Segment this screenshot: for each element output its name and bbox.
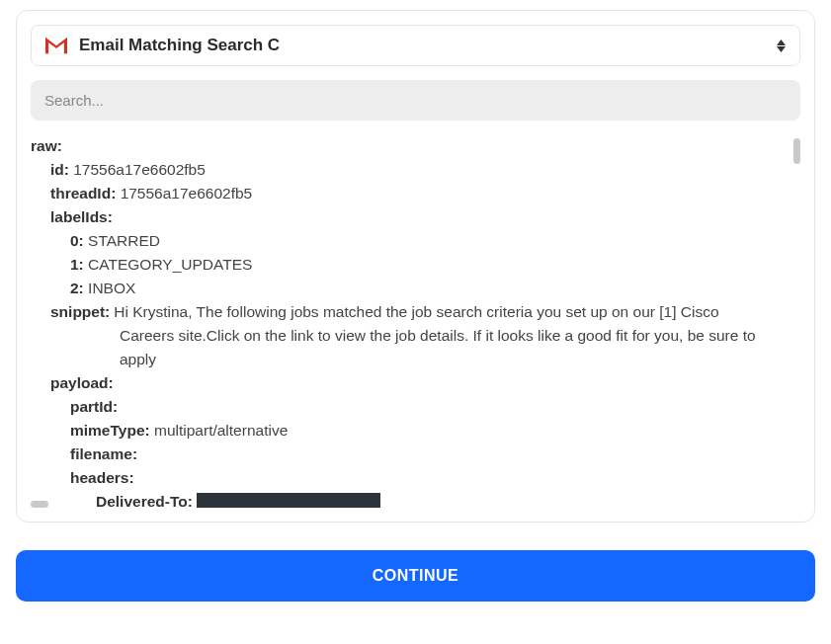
action-select-label: Email Matching Search C: [79, 36, 777, 55]
filename-row[interactable]: filename:: [31, 443, 790, 466]
search-input[interactable]: [31, 80, 800, 121]
raw-tree: raw: id: 17556a17e6602fb5 threadId: 1755…: [31, 134, 800, 508]
config-card: Email Matching Search C raw: id: 17556a1…: [16, 10, 815, 523]
threadid-row[interactable]: threadId: 17556a17e6602fb5: [31, 182, 790, 205]
partid-row[interactable]: partId:: [31, 395, 790, 419]
label-1-row[interactable]: 1: CATEGORY_UPDATES: [31, 253, 790, 277]
headers-key[interactable]: headers:: [31, 466, 790, 490]
id-row[interactable]: id: 17556a17e6602fb5: [31, 158, 790, 182]
mimetype-row[interactable]: mimeType: multipart/alternative: [31, 419, 790, 443]
labelids-key[interactable]: labelIds:: [31, 205, 790, 229]
snippet-row-cont: Careers site.Click on the link to view t…: [31, 324, 790, 348]
vertical-scrollbar[interactable]: [793, 138, 800, 164]
label-2-row[interactable]: 2: INBOX: [31, 277, 790, 300]
raw-key[interactable]: raw:: [31, 134, 790, 158]
data-pane: raw: id: 17556a17e6602fb5 threadId: 1755…: [31, 134, 800, 508]
snippet-row[interactable]: snippet: Hi Krystina, The following jobs…: [31, 300, 790, 324]
snippet-row-cont: apply: [31, 348, 790, 371]
chevron-updown-icon: [777, 40, 786, 52]
deliveredto-row[interactable]: Delivered-To:: [31, 490, 790, 508]
action-select[interactable]: Email Matching Search C: [31, 25, 800, 66]
label-0-row[interactable]: 0: STARRED: [31, 229, 790, 253]
svg-rect-0: [45, 38, 67, 54]
payload-key[interactable]: payload:: [31, 371, 790, 395]
gmail-icon: [45, 37, 67, 54]
horizontal-scrollbar[interactable]: [31, 501, 48, 508]
redacted-value: [197, 493, 380, 508]
continue-button[interactable]: CONTINUE: [16, 550, 815, 602]
